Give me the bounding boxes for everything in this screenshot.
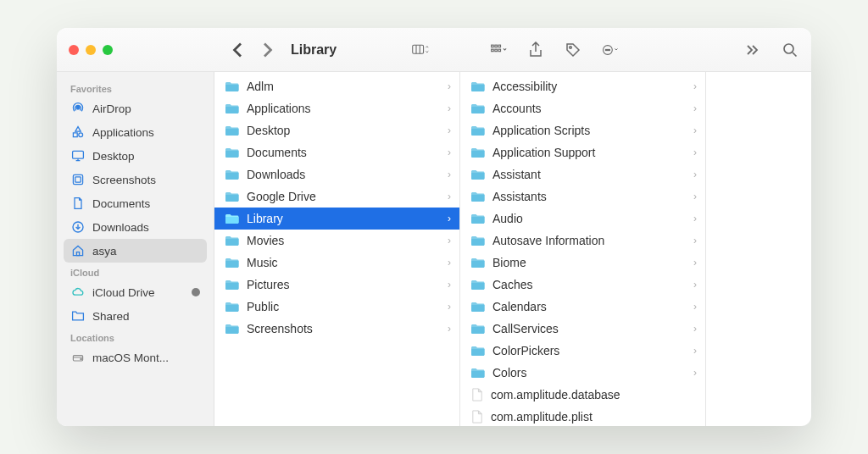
chevron-right-icon: ›	[448, 279, 451, 291]
folder-row[interactable]: Application Scripts›	[460, 119, 705, 141]
sidebar-item-shared[interactable]: Shared	[64, 304, 207, 328]
sidebar-item-applications[interactable]: Applications	[64, 120, 207, 144]
folder-row[interactable]: Movies›	[214, 230, 459, 252]
chevron-right-icon: ›	[693, 102, 697, 114]
folder-row[interactable]: Desktop›	[214, 119, 459, 141]
sidebar-item-downloads[interactable]: Downloads	[64, 215, 207, 239]
folder-icon	[470, 367, 486, 379]
folder-row[interactable]: Colors›	[460, 362, 705, 384]
cloud-icon	[70, 285, 86, 300]
folder-row[interactable]: Pictures›	[214, 274, 459, 296]
folder-row[interactable]: CallServices›	[460, 318, 705, 340]
window-minimize-button[interactable]	[86, 45, 96, 55]
view-mode-button[interactable]	[411, 41, 430, 59]
desktop-icon	[70, 148, 86, 163]
back-button[interactable]	[228, 40, 248, 60]
group-by-button[interactable]	[489, 41, 508, 59]
chevron-right-icon: ›	[448, 169, 451, 180]
chevron-right-icon: ›	[693, 279, 697, 291]
folder-row[interactable]: Assistants›	[460, 185, 705, 208]
folder-row[interactable]: Applications›	[214, 97, 459, 119]
folder-row[interactable]: Google Drive›	[214, 185, 459, 208]
chevron-right-icon: ›	[693, 147, 697, 158]
sidebar-item-label: Screenshots	[92, 174, 156, 186]
file-row[interactable]: com.amplitude.plist	[460, 406, 705, 426]
overflow-button[interactable]	[743, 41, 762, 59]
folder-row[interactable]: Screenshots›	[214, 318, 459, 340]
item-name: Music	[247, 256, 278, 269]
column-view: Adlm›Applications›Desktop›Documents›Down…	[214, 72, 811, 426]
sidebar-item-documents[interactable]: Documents	[64, 191, 207, 215]
window-body: FavoritesAirDropApplicationsDesktopScree…	[57, 72, 811, 426]
folder-icon	[225, 147, 240, 158]
folder-row[interactable]: Assistant›	[460, 163, 705, 185]
folder-icon	[225, 257, 240, 269]
search-button[interactable]	[781, 41, 799, 59]
folder-row[interactable]: Calendars›	[460, 296, 705, 318]
svg-rect-4	[495, 45, 498, 47]
column[interactable]	[706, 72, 811, 426]
sidebar-item-macos-mont[interactable]: macOS Mont...	[64, 346, 207, 369]
item-name: Desktop	[247, 124, 290, 137]
more-actions-button[interactable]	[601, 41, 620, 59]
item-name: Application Scripts	[492, 124, 590, 137]
sidebar-section-title: Favorites	[64, 79, 207, 97]
folder-row[interactable]: Biome›	[460, 252, 705, 274]
folder-row[interactable]: Accessibility›	[460, 75, 705, 97]
folder-icon	[225, 102, 240, 114]
column[interactable]: Accessibility›Accounts›Application Scrip…	[460, 72, 706, 426]
folder-icon	[225, 301, 240, 313]
sidebar-section-title: iCloud	[64, 263, 207, 280]
sidebar-item-screenshots[interactable]: Screenshots	[64, 168, 207, 191]
folder-row[interactable]: Accounts›	[460, 97, 705, 119]
sidebar-item-desktop[interactable]: Desktop	[64, 144, 207, 168]
svg-point-14	[784, 44, 793, 53]
share-button[interactable]	[526, 41, 545, 59]
folder-row[interactable]: Library›	[214, 208, 459, 230]
sync-progress-badge	[192, 288, 200, 296]
folder-row[interactable]: Application Support›	[460, 141, 705, 163]
sidebar-item-asya[interactable]: asya	[64, 239, 207, 263]
folder-icon	[470, 279, 486, 291]
chevron-right-icon: ›	[693, 323, 697, 335]
sidebar-item-airdrop[interactable]: AirDrop	[64, 97, 207, 120]
folder-row[interactable]: ColorPickers›	[460, 340, 705, 362]
file-icon	[470, 409, 484, 424]
item-name: Assistant	[492, 168, 541, 181]
tags-button[interactable]	[564, 41, 582, 59]
item-name: Screenshots	[247, 322, 313, 335]
item-name: Colors	[492, 366, 526, 379]
window-close-button[interactable]	[69, 45, 79, 55]
item-name: Documents	[247, 146, 307, 159]
folder-row[interactable]: Documents›	[214, 141, 459, 163]
item-name: com.amplitude.database	[491, 388, 620, 401]
column[interactable]: Adlm›Applications›Desktop›Documents›Down…	[214, 72, 460, 426]
folder-row[interactable]: Autosave Information›	[460, 230, 705, 252]
svg-rect-5	[498, 45, 501, 47]
file-row[interactable]: com.amplitude.database	[460, 384, 705, 406]
chevron-right-icon: ›	[693, 367, 697, 379]
svg-point-13	[609, 49, 610, 51]
sidebar-item-icloud-drive[interactable]: iCloud Drive	[64, 280, 207, 304]
chevron-right-icon: ›	[448, 323, 451, 335]
svg-point-27	[81, 358, 81, 359]
item-name: Application Support	[492, 146, 595, 159]
forward-button[interactable]	[257, 40, 277, 60]
folder-row[interactable]: Caches›	[460, 274, 705, 296]
folder-icon	[470, 323, 486, 335]
folder-row[interactable]: Audio›	[460, 208, 705, 230]
svg-point-12	[607, 49, 609, 51]
item-name: Adlm	[247, 80, 274, 93]
folder-icon	[470, 169, 486, 180]
folder-row[interactable]: Downloads›	[214, 163, 459, 185]
folder-row[interactable]: Music›	[214, 252, 459, 274]
chevron-right-icon: ›	[448, 257, 451, 269]
window-maximize-button[interactable]	[103, 45, 113, 55]
folder-row[interactable]: Public›	[214, 296, 459, 318]
svg-point-9	[570, 46, 572, 48]
folder-icon	[470, 147, 486, 158]
chevron-right-icon: ›	[448, 235, 451, 246]
chevron-right-icon: ›	[693, 169, 697, 180]
folder-row[interactable]: Adlm›	[214, 75, 459, 97]
item-name: Pictures	[247, 278, 290, 291]
